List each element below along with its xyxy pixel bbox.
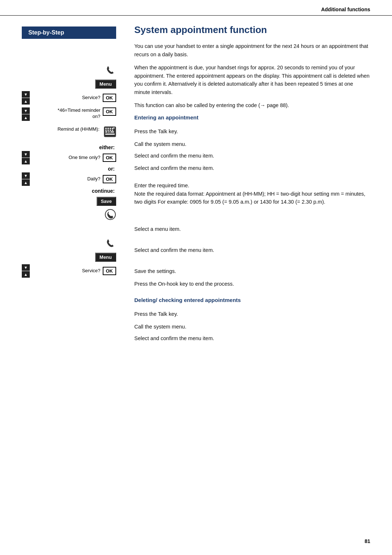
menu-button-1[interactable]: Menu — [95, 79, 116, 89]
ok-button-daily1[interactable]: OK — [103, 175, 117, 183]
onhook-icon-1 — [105, 209, 116, 221]
sidebar-continue-label: continue: — [22, 188, 116, 194]
content-step-text-talk1: Press the Talk key. — [134, 126, 370, 135]
sidebar-steps: Menu ▼ ▲ Service? OK ▼ ▲ — [22, 64, 116, 278]
arrow-down-daily1[interactable]: ▼ — [22, 172, 30, 179]
arrow-down-service1[interactable]: ▼ — [22, 91, 30, 98]
body-para-2: When the appointment is due, your handse… — [134, 64, 370, 96]
svg-rect-11 — [110, 131, 114, 132]
save-button-1[interactable]: Save — [97, 197, 116, 206]
content-step-text-remind1: Enter the required time.Note the require… — [134, 180, 370, 206]
ok-button-timed1[interactable]: OK — [103, 107, 117, 116]
content-step-daily1: Select and confirm the menu item. — [134, 244, 370, 255]
ok-button-onetime1[interactable]: OK — [103, 154, 117, 162]
sidebar-row-daily1: ▼ ▲ Daily? OK — [22, 172, 116, 186]
arrow-down-service2[interactable]: ▼ — [22, 264, 30, 271]
main-layout: Step-by-Step Menu — [0, 16, 392, 344]
arrow-group-timed1: ▼ ▲ — [22, 107, 30, 121]
content-step-onhook1: Press the On-hook key to end the process… — [134, 277, 370, 290]
sidebar-label-onetime1: One time only? — [32, 155, 101, 161]
onhook-svg-1 — [105, 209, 116, 220]
ok-button-service2[interactable]: OK — [103, 267, 117, 275]
sidebar-row-save1: Save — [22, 195, 116, 208]
sidebar-label-service1: Service? — [32, 95, 101, 101]
sidebar-label-timed1: *46=Timed reminderon? — [32, 107, 101, 120]
content-step-text-timed1: Select and confirm the menu item. — [134, 163, 370, 172]
arrow-down-timed1[interactable]: ▼ — [22, 107, 30, 114]
arrow-down-onetime1[interactable]: ▼ — [22, 151, 30, 158]
svg-rect-8 — [112, 130, 113, 131]
content-step-text-save1: Save the settings. — [134, 266, 370, 275]
talk-icon-2 — [98, 238, 116, 249]
header-title: Additional functions — [321, 7, 370, 12]
entering-appointment-heading: Entering an appointment — [134, 114, 370, 121]
svg-rect-1 — [105, 128, 107, 129]
sidebar-either-label: either: — [22, 144, 116, 150]
sidebar-row-onhook1 — [22, 208, 116, 221]
arrow-up-service1[interactable]: ▲ — [22, 98, 30, 105]
svg-rect-4 — [112, 128, 113, 129]
sidebar: Step-by-Step Menu — [22, 16, 127, 344]
arrow-up-daily1[interactable]: ▲ — [22, 179, 30, 186]
sidebar-row-service1: ▼ ▲ Service? OK — [22, 91, 116, 105]
sidebar-label-remind1: Remind at (HHMM): — [22, 126, 99, 132]
arrow-group-service2: ▼ ▲ — [22, 264, 30, 278]
sidebar-row-service2: ▼ ▲ Service? OK — [22, 264, 116, 278]
sidebar-row-onetime1: ▼ ▲ One time only? OK — [22, 151, 116, 164]
svg-rect-3 — [110, 128, 111, 129]
content-step-or — [134, 234, 370, 243]
content-step-text-onhook1: Press the On-hook key to end the process… — [134, 278, 370, 288]
keyboard-icon-1 — [104, 126, 116, 138]
svg-rect-6 — [107, 130, 109, 131]
content-step-menu2: Call the system menu. — [134, 321, 370, 331]
talk-icon-1 — [98, 65, 116, 76]
body-para-1: You can use your handset to enter a sing… — [134, 42, 370, 58]
arrow-group-onetime1: ▼ ▲ — [22, 151, 30, 164]
arrow-up-onetime1[interactable]: ▲ — [22, 158, 30, 164]
svg-rect-10 — [108, 131, 110, 132]
step-by-step-label: Step-by-Step — [22, 26, 116, 39]
content-step-onetime1: Select a menu item. — [134, 223, 370, 234]
menu-button-2[interactable]: Menu — [95, 253, 116, 262]
sidebar-row-menu1: Menu — [22, 77, 116, 90]
top-header: Additional functions — [0, 0, 392, 16]
content-step-text-menu1: Call the system menu. — [134, 139, 370, 148]
content-step-text-talk2: Press the Talk key. — [134, 309, 370, 318]
sidebar-label-service2: Service? — [32, 268, 101, 274]
svg-rect-9 — [105, 131, 107, 132]
sidebar-or-label: or: — [22, 166, 116, 172]
content-step-menu1: Call the system menu. — [134, 138, 370, 149]
body-para-3: This function can also be called by ente… — [134, 101, 370, 109]
keyboard-svg-1 — [104, 126, 116, 137]
content-step-text-service1: Select and confirm the menu item. — [134, 150, 370, 160]
content-step-service2: Select and confirm the menu item. — [134, 332, 370, 343]
sidebar-row-talk1 — [22, 64, 116, 77]
svg-rect-12 — [105, 134, 115, 135]
talk-key-svg-1 — [105, 65, 116, 76]
sidebar-spacer-deleting — [22, 222, 116, 237]
svg-rect-5 — [105, 130, 107, 131]
main-content: System appointment function You can use … — [127, 16, 370, 344]
page-title: System appointment function — [134, 24, 370, 36]
page-number: 81 — [364, 538, 370, 544]
svg-rect-7 — [110, 130, 111, 131]
arrow-up-service2[interactable]: ▲ — [22, 271, 30, 278]
content-step-text-onetime1: Select a menu item. — [134, 224, 370, 233]
sidebar-label-daily1: Daily? — [32, 176, 101, 182]
content-steps-deleting: Press the Talk key. Call the system menu… — [134, 307, 370, 343]
arrow-group-daily1: ▼ ▲ — [22, 172, 30, 186]
page-container: Additional functions Step-by-Step — [0, 0, 392, 555]
ok-button-service1[interactable]: OK — [103, 94, 117, 102]
sidebar-row-timed1: ▼ ▲ *46=Timed reminderon? OK — [22, 105, 116, 123]
content-step-continue — [134, 256, 370, 264]
svg-rect-13 — [114, 127, 114, 129]
content-step-text-menu2: Call the system menu. — [134, 321, 370, 331]
sidebar-row-talk2 — [22, 237, 116, 250]
content-step-text-service2: Select and confirm the menu item. — [134, 333, 370, 342]
arrow-up-timed1[interactable]: ▲ — [22, 114, 30, 121]
svg-rect-2 — [107, 128, 109, 129]
content-step-text-daily1: Select and confirm the menu item. — [134, 245, 370, 254]
content-step-either — [134, 212, 370, 222]
sidebar-row-remind1: Remind at (HHMM): — [22, 124, 116, 142]
content-step-service1: Select and confirm the menu item. — [134, 150, 370, 160]
